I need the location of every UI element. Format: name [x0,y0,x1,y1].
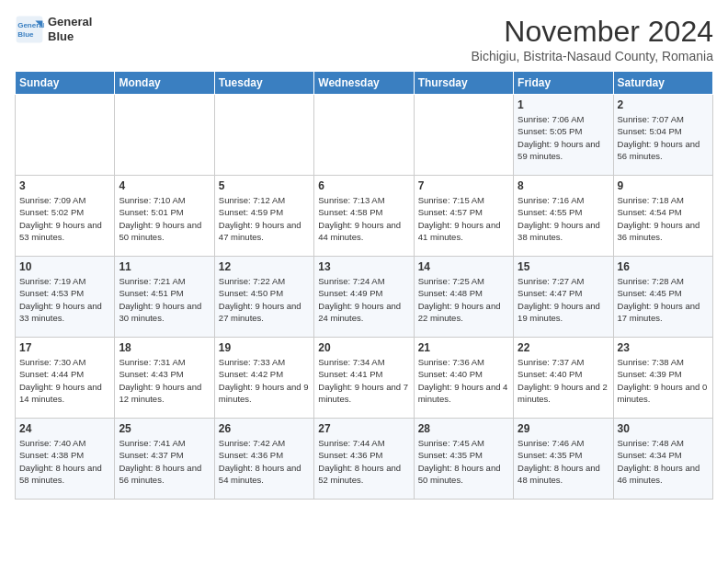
day-number: 22 [518,341,609,354]
calendar-cell: 3Sunrise: 7:09 AM Sunset: 5:02 PM Daylig… [16,176,115,257]
day-info: Sunrise: 7:16 AM Sunset: 4:55 PM Dayligh… [518,194,609,243]
calendar-week-row: 10Sunrise: 7:19 AM Sunset: 4:53 PM Dayli… [16,257,713,338]
calendar-cell: 8Sunrise: 7:16 AM Sunset: 4:55 PM Daylig… [514,176,613,257]
calendar-cell: 24Sunrise: 7:40 AM Sunset: 4:38 PM Dayli… [16,419,115,500]
calendar-cell [115,95,214,176]
day-info: Sunrise: 7:31 AM Sunset: 4:43 PM Dayligh… [119,356,210,405]
logo-icon: General Blue [15,15,44,44]
day-info: Sunrise: 7:45 AM Sunset: 4:35 PM Dayligh… [418,437,509,486]
calendar-table: SundayMondayTuesdayWednesdayThursdayFrid… [15,71,713,500]
calendar-cell: 27Sunrise: 7:44 AM Sunset: 4:36 PM Dayli… [314,419,414,500]
weekday-header: Friday [514,72,613,95]
logo: General Blue General Blue [15,15,92,44]
calendar-cell: 30Sunrise: 7:48 AM Sunset: 4:34 PM Dayli… [613,419,712,500]
day-number: 12 [219,260,310,273]
weekday-header: Saturday [613,72,712,95]
calendar-cell: 20Sunrise: 7:34 AM Sunset: 4:41 PM Dayli… [314,338,414,419]
day-info: Sunrise: 7:27 AM Sunset: 4:47 PM Dayligh… [518,275,609,324]
day-info: Sunrise: 7:41 AM Sunset: 4:37 PM Dayligh… [119,437,210,486]
calendar-cell: 15Sunrise: 7:27 AM Sunset: 4:47 PM Dayli… [514,257,613,338]
calendar-cell [314,95,414,176]
day-number: 5 [219,179,310,192]
calendar-cell: 16Sunrise: 7:28 AM Sunset: 4:45 PM Dayli… [613,257,712,338]
day-info: Sunrise: 7:38 AM Sunset: 4:39 PM Dayligh… [618,356,709,405]
day-info: Sunrise: 7:09 AM Sunset: 5:02 PM Dayligh… [19,194,110,243]
calendar-cell: 26Sunrise: 7:42 AM Sunset: 4:36 PM Dayli… [214,419,313,500]
day-info: Sunrise: 7:15 AM Sunset: 4:57 PM Dayligh… [418,194,509,243]
calendar-cell: 18Sunrise: 7:31 AM Sunset: 4:43 PM Dayli… [115,338,214,419]
day-info: Sunrise: 7:13 AM Sunset: 4:58 PM Dayligh… [318,194,409,243]
calendar-cell: 2Sunrise: 7:07 AM Sunset: 5:04 PM Daylig… [613,95,712,176]
calendar-cell: 25Sunrise: 7:41 AM Sunset: 4:37 PM Dayli… [115,419,214,500]
day-number: 3 [19,179,110,192]
day-number: 17 [19,341,110,354]
day-number: 14 [418,260,509,273]
day-info: Sunrise: 7:48 AM Sunset: 4:34 PM Dayligh… [618,437,709,486]
calendar-cell: 4Sunrise: 7:10 AM Sunset: 5:01 PM Daylig… [115,176,214,257]
day-info: Sunrise: 7:19 AM Sunset: 4:53 PM Dayligh… [19,275,110,324]
calendar-cell: 11Sunrise: 7:21 AM Sunset: 4:51 PM Dayli… [115,257,214,338]
weekday-header: Tuesday [214,72,313,95]
calendar-cell: 22Sunrise: 7:37 AM Sunset: 4:40 PM Dayli… [514,338,613,419]
calendar-cell [16,95,115,176]
day-number: 25 [119,422,210,435]
calendar-cell: 7Sunrise: 7:15 AM Sunset: 4:57 PM Daylig… [414,176,513,257]
day-number: 30 [618,422,709,435]
day-info: Sunrise: 7:07 AM Sunset: 5:04 PM Dayligh… [618,113,709,162]
day-info: Sunrise: 7:36 AM Sunset: 4:40 PM Dayligh… [418,356,509,405]
calendar-cell: 5Sunrise: 7:12 AM Sunset: 4:59 PM Daylig… [214,176,313,257]
calendar-week-row: 24Sunrise: 7:40 AM Sunset: 4:38 PM Dayli… [16,419,713,500]
title-block: November 2024 Bichigiu, Bistrita-Nasaud … [471,15,713,63]
day-info: Sunrise: 7:10 AM Sunset: 5:01 PM Dayligh… [119,194,210,243]
day-number: 2 [618,98,709,111]
weekday-header: Monday [115,72,214,95]
calendar-cell: 1Sunrise: 7:06 AM Sunset: 5:05 PM Daylig… [514,95,613,176]
day-info: Sunrise: 7:24 AM Sunset: 4:49 PM Dayligh… [318,275,409,324]
month-title: November 2024 [471,15,713,49]
calendar-cell: 29Sunrise: 7:46 AM Sunset: 4:35 PM Dayli… [514,419,613,500]
day-info: Sunrise: 7:28 AM Sunset: 4:45 PM Dayligh… [618,275,709,324]
day-number: 18 [119,341,210,354]
day-number: 10 [19,260,110,273]
day-info: Sunrise: 7:12 AM Sunset: 4:59 PM Dayligh… [219,194,310,243]
logo-text: General Blue [48,15,92,43]
calendar-cell: 6Sunrise: 7:13 AM Sunset: 4:58 PM Daylig… [314,176,414,257]
day-number: 16 [618,260,709,273]
page-header: General Blue General Blue November 2024 … [15,15,713,63]
calendar-cell: 19Sunrise: 7:33 AM Sunset: 4:42 PM Dayli… [214,338,313,419]
calendar-cell: 10Sunrise: 7:19 AM Sunset: 4:53 PM Dayli… [16,257,115,338]
weekday-header: Wednesday [314,72,414,95]
day-number: 4 [119,179,210,192]
weekday-header: Thursday [414,72,513,95]
svg-text:Blue: Blue [17,30,34,39]
day-info: Sunrise: 7:46 AM Sunset: 4:35 PM Dayligh… [518,437,609,486]
day-number: 11 [119,260,210,273]
day-info: Sunrise: 7:33 AM Sunset: 4:42 PM Dayligh… [219,356,310,405]
day-info: Sunrise: 7:18 AM Sunset: 4:54 PM Dayligh… [618,194,709,243]
day-number: 26 [219,422,310,435]
calendar-cell [414,95,513,176]
day-info: Sunrise: 7:21 AM Sunset: 4:51 PM Dayligh… [119,275,210,324]
day-info: Sunrise: 7:25 AM Sunset: 4:48 PM Dayligh… [418,275,509,324]
day-number: 6 [318,179,409,192]
day-number: 15 [518,260,609,273]
day-number: 7 [418,179,509,192]
calendar-header-row: SundayMondayTuesdayWednesdayThursdayFrid… [16,72,713,95]
day-number: 24 [19,422,110,435]
day-number: 20 [318,341,409,354]
calendar-week-row: 3Sunrise: 7:09 AM Sunset: 5:02 PM Daylig… [16,176,713,257]
day-number: 23 [618,341,709,354]
day-info: Sunrise: 7:40 AM Sunset: 4:38 PM Dayligh… [19,437,110,486]
calendar-cell: 28Sunrise: 7:45 AM Sunset: 4:35 PM Dayli… [414,419,513,500]
calendar-week-row: 17Sunrise: 7:30 AM Sunset: 4:44 PM Dayli… [16,338,713,419]
day-number: 9 [618,179,709,192]
calendar-cell [214,95,313,176]
calendar-cell: 17Sunrise: 7:30 AM Sunset: 4:44 PM Dayli… [16,338,115,419]
calendar-cell: 23Sunrise: 7:38 AM Sunset: 4:39 PM Dayli… [613,338,712,419]
day-number: 8 [518,179,609,192]
day-number: 1 [518,98,609,111]
day-info: Sunrise: 7:06 AM Sunset: 5:05 PM Dayligh… [518,113,609,162]
day-info: Sunrise: 7:30 AM Sunset: 4:44 PM Dayligh… [19,356,110,405]
day-info: Sunrise: 7:44 AM Sunset: 4:36 PM Dayligh… [318,437,409,486]
day-number: 21 [418,341,509,354]
